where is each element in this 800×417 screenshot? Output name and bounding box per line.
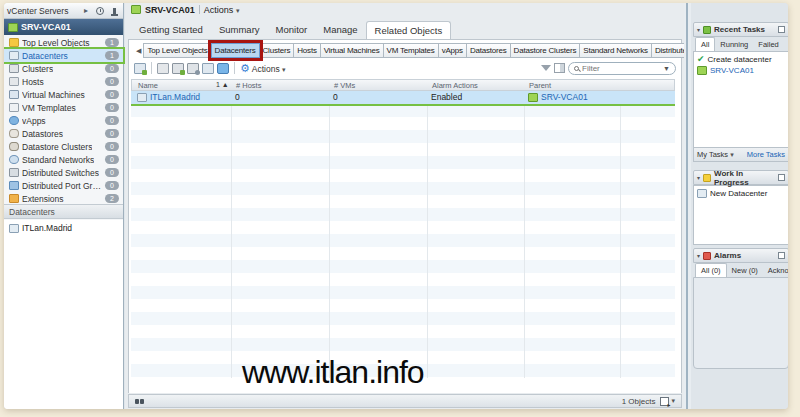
count-badge: 0 <box>105 181 119 190</box>
table-row[interactable]: ITLan.Madrid 0 0 Enabled SRV-VCA01 <box>131 91 675 104</box>
sidebar-root-vcenter[interactable]: SRV-VCA01 <box>4 19 123 35</box>
count-badge: 0 <box>105 168 119 177</box>
count-badge: 0 <box>105 77 119 86</box>
sidebar-item-vapps[interactable]: vApps 0 <box>4 114 123 127</box>
subtab-clusters[interactable]: Clusters <box>259 43 295 58</box>
tab-related-objects[interactable]: Related Objects <box>366 21 452 40</box>
show-columns-icon[interactable] <box>554 63 565 73</box>
clear-filter-icon[interactable] <box>541 65 551 71</box>
subtab-datastore-clusters[interactable]: Datastore Clusters <box>510 43 581 58</box>
search-icon <box>574 66 579 71</box>
more-tasks-link[interactable]: More Tasks <box>747 150 785 159</box>
sidebar-item-hosts[interactable]: Hosts 0 <box>4 75 123 88</box>
subtab-vm-templates[interactable]: VM Templates <box>383 43 439 58</box>
export-icon[interactable] <box>660 397 669 406</box>
count-badge: 0 <box>105 103 119 112</box>
pin-icon <box>113 8 116 14</box>
pin-button[interactable] <box>108 5 120 16</box>
subtab-hosts[interactable]: Hosts <box>293 43 320 58</box>
actions-menu-button[interactable]: Actions ▾ <box>204 5 240 15</box>
tasks-tab-running[interactable]: Running <box>715 38 753 51</box>
related-objects-content: ◀ Top Level Objects Datacenters Clusters… <box>128 39 682 393</box>
subtab-top-level-objects[interactable]: Top Level Objects <box>143 43 211 58</box>
sidebar-item-clusters[interactable]: Clusters 0 <box>4 62 123 75</box>
task-target[interactable]: SRV-VCA01 <box>697 65 785 76</box>
popout-icon[interactable] <box>778 252 785 259</box>
chevron-down-icon[interactable]: ▼ <box>663 65 670 72</box>
column-header-parent[interactable]: Parent <box>529 81 551 90</box>
datacenter-icon <box>9 224 19 233</box>
sidebar-item-distributed-port-groups[interactable]: Distributed Port Groups 0 <box>4 179 123 192</box>
tab-manage[interactable]: Manage <box>315 21 365 39</box>
add-host-icon[interactable] <box>157 63 169 74</box>
sidebar-item-datastores[interactable]: Datastores 0 <box>4 127 123 140</box>
sidebar-item-virtual-machines[interactable]: Virtual Machines 0 <box>4 88 123 101</box>
tab-monitor[interactable]: Monitor <box>268 21 316 39</box>
sort-indicator[interactable]: 1 ▲ <box>216 81 229 88</box>
column-header-name[interactable]: Name <box>138 81 158 90</box>
sidebar-item-distributed-switches[interactable]: Distributed Switches 0 <box>4 166 123 179</box>
object-header: SRV-VCA01 Actions ▾ <box>125 3 684 16</box>
subtab-virtual-machines[interactable]: Virtual Machines <box>320 43 384 58</box>
deploy-ovf-icon[interactable] <box>217 63 229 74</box>
sidebar-item-top-level-objects[interactable]: Top Level Objects 1 <box>4 36 123 49</box>
subtab-vapps[interactable]: vApps <box>438 43 467 58</box>
portgroup-icon <box>9 181 19 190</box>
popout-icon[interactable] <box>778 174 785 181</box>
sidebar-item-datacenters[interactable]: Datacenters 1 <box>4 49 123 62</box>
count-badge: 0 <box>105 116 119 125</box>
column-header-hosts[interactable]: # Hosts <box>236 81 261 90</box>
tasks-tab-failed[interactable]: Failed <box>753 38 783 51</box>
table-header: Name 1 ▲ # Hosts # VMs Alarm Actions Par… <box>131 79 675 91</box>
chevron-down-icon: ▾ <box>236 7 240 14</box>
tab-getting-started[interactable]: Getting Started <box>131 21 211 39</box>
filter-input[interactable] <box>582 64 660 73</box>
chevron-down-icon[interactable]: ▾ <box>671 397 675 405</box>
tab-summary[interactable]: Summary <box>211 21 268 39</box>
collapse-icon[interactable]: ▾ <box>697 26 700 33</box>
create-datacenter-icon[interactable] <box>134 63 146 74</box>
vcenter-icon <box>131 5 141 14</box>
tasks-tab-all[interactable]: All <box>695 37 715 51</box>
gridline <box>329 91 330 378</box>
subtab-standard-networks[interactable]: Standard Networks <box>579 43 652 58</box>
work-in-progress-header[interactable]: ▾ Work In Progress <box>693 170 788 185</box>
recent-objects-button[interactable] <box>94 5 106 16</box>
column-header-vms[interactable]: # VMs <box>334 81 355 90</box>
right-panel: ▾ Recent Tasks All Running Failed ✔ Crea… <box>691 3 788 409</box>
subtab-datastores[interactable]: Datastores <box>466 43 511 58</box>
watermark-text: www.itlan.info <box>242 354 424 391</box>
forward-arrow-icon[interactable]: ▸ <box>80 5 92 16</box>
collapse-icon[interactable]: ▾ <box>697 252 700 259</box>
panel-splitter[interactable] <box>684 3 691 409</box>
recent-tasks-panel: ▾ Recent Tasks All Running Failed ✔ Crea… <box>693 22 788 162</box>
divider <box>151 62 152 74</box>
sidebar-item-standard-networks[interactable]: Standard Networks 0 <box>4 153 123 166</box>
find-icon[interactable] <box>135 399 144 404</box>
new-folder-icon[interactable] <box>187 63 199 74</box>
sidebar-datacenter-itlan-madrid[interactable]: ITLan.Madrid <box>4 220 123 236</box>
alarms-tab-new[interactable]: New (0) <box>727 264 763 277</box>
cell-name[interactable]: ITLan.Madrid <box>137 92 200 102</box>
new-cluster-icon[interactable] <box>172 63 184 74</box>
subtab-datacenters[interactable]: Datacenters <box>211 43 260 58</box>
column-header-alarm-actions[interactable]: Alarm Actions <box>432 81 478 90</box>
object-title: SRV-VCA01 <box>145 5 195 15</box>
toolbar-actions-button[interactable]: ⚙ Actions ▾ <box>240 63 286 74</box>
recent-tasks-header[interactable]: ▾ Recent Tasks <box>693 22 788 37</box>
sidebar-item-vm-templates[interactable]: VM Templates 0 <box>4 101 123 114</box>
cell-parent[interactable]: SRV-VCA01 <box>528 92 588 102</box>
count-badge: 0 <box>105 155 119 164</box>
collapse-icon[interactable]: ▾ <box>697 174 700 181</box>
task-item[interactable]: ✔ Create datacenter <box>697 54 785 65</box>
alarms-panel: ▾ Alarms All (0) New (0) Acknowled... <box>693 248 788 369</box>
alarms-tab-all[interactable]: All (0) <box>695 263 727 277</box>
new-datacenter-icon[interactable] <box>202 63 214 74</box>
alarms-tab-acknowledged[interactable]: Acknowled... <box>763 264 788 277</box>
popout-icon[interactable] <box>778 26 785 33</box>
sidebar-item-datastore-clusters[interactable]: Datastore Clusters 0 <box>4 140 123 153</box>
wip-item-new-datacenter[interactable]: New Datacenter <box>697 188 785 199</box>
my-tasks-dropdown[interactable]: My Tasks ▾ <box>697 150 734 159</box>
alarms-header[interactable]: ▾ Alarms <box>693 248 788 263</box>
clock-icon <box>96 7 104 15</box>
